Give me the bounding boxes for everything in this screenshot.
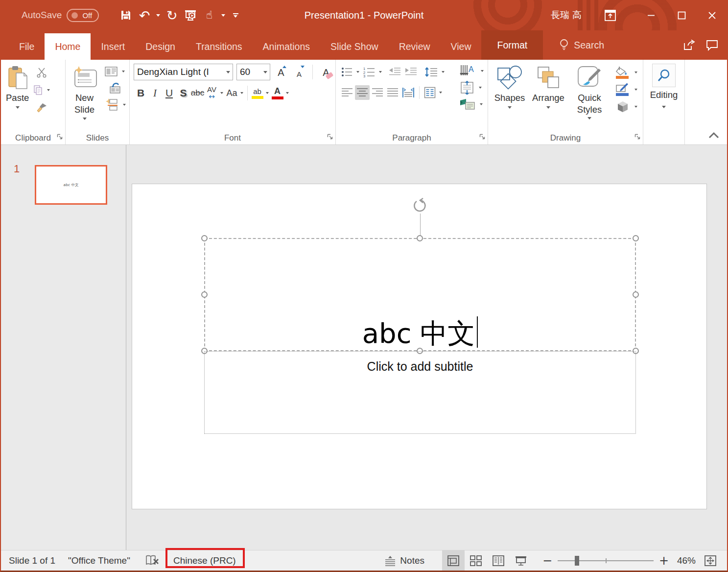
numbering-button[interactable]: 123: [361, 65, 377, 79]
editing-button[interactable]: Editing: [645, 64, 682, 108]
title-placeholder[interactable]: abc 中文: [204, 238, 636, 351]
resize-handle-top-right[interactable]: [633, 235, 639, 241]
change-case-button[interactable]: Aa: [225, 85, 239, 101]
tell-me-search[interactable]: Search: [554, 30, 609, 60]
spell-check-button[interactable]: [145, 554, 160, 567]
zoom-percentage[interactable]: 46%: [670, 555, 696, 566]
signed-in-user[interactable]: 長瑞 高: [551, 9, 582, 22]
chevron-down-icon[interactable]: [47, 89, 50, 91]
chevron-down-icon[interactable]: [480, 103, 483, 105]
chevron-down-icon[interactable]: [442, 71, 445, 73]
columns-button[interactable]: [423, 85, 437, 100]
maximize-button[interactable]: [666, 0, 697, 30]
chevron-down-icon[interactable]: [481, 70, 484, 72]
tab-format[interactable]: Format: [481, 30, 543, 60]
chevron-down-icon[interactable]: [356, 71, 359, 73]
slide-layout-button[interactable]: [103, 65, 119, 78]
slide-show-view-button[interactable]: [510, 550, 532, 571]
collapse-ribbon-button[interactable]: [708, 132, 719, 141]
distributed-button[interactable]: [400, 85, 416, 100]
increase-indent-button[interactable]: [403, 65, 419, 79]
tab-slide-show[interactable]: Slide Show: [320, 33, 389, 60]
chevron-down-icon[interactable]: [634, 106, 637, 108]
ribbon-display-options-button[interactable]: [604, 9, 616, 22]
save-button[interactable]: [117, 5, 134, 25]
italic-button[interactable]: I: [148, 85, 162, 101]
copy-button[interactable]: [32, 83, 45, 97]
shape-outline-button[interactable]: [613, 83, 631, 96]
tab-review[interactable]: Review: [389, 33, 441, 60]
increase-font-size-button[interactable]: A: [274, 64, 288, 80]
strikethrough-button[interactable]: abc: [190, 85, 205, 101]
share-button[interactable]: [678, 30, 701, 60]
redo-button[interactable]: ↻: [164, 5, 180, 25]
theme-name[interactable]: "Office Theme": [68, 555, 130, 566]
language-status[interactable]: Chinese (PRC): [172, 555, 237, 566]
clipboard-dialog-launcher[interactable]: [57, 133, 63, 142]
zoom-slider[interactable]: [558, 556, 654, 566]
rotation-handle[interactable]: [412, 198, 428, 215]
resize-handle-middle-right[interactable]: [633, 291, 639, 298]
chevron-down-icon[interactable]: [123, 104, 126, 106]
autosave-toggle[interactable]: Off: [67, 9, 99, 22]
bold-button[interactable]: B: [134, 85, 148, 101]
shapes-button[interactable]: Shapes: [491, 64, 528, 132]
arrange-button[interactable]: Arrange: [529, 64, 567, 132]
section-button[interactable]: [103, 98, 120, 112]
slide-sorter-view-button[interactable]: [465, 550, 487, 571]
notes-button[interactable]: Notes: [384, 555, 424, 566]
convert-to-smartart-button[interactable]: [458, 97, 477, 112]
format-painter-button[interactable]: [32, 101, 51, 115]
font-name-combobox[interactable]: DengXian Light (I: [134, 64, 233, 80]
undo-dropdown[interactable]: [155, 5, 162, 25]
justify-button[interactable]: [385, 85, 400, 100]
chevron-down-icon[interactable]: [261, 64, 270, 80]
normal-view-button[interactable]: [442, 550, 465, 571]
chevron-down-icon[interactable]: [479, 87, 482, 89]
quick-styles-button[interactable]: Quick Styles: [568, 64, 611, 132]
text-direction-button[interactable]: A: [458, 64, 478, 78]
chevron-down-icon[interactable]: [122, 71, 125, 72]
align-text-button[interactable]: [458, 80, 476, 95]
new-slide-button[interactable]: New Slide: [68, 64, 101, 132]
slide[interactable]: abc 中文 Click to add subtitle: [132, 184, 707, 509]
customize-quick-access-button[interactable]: [229, 5, 242, 25]
font-dialog-launcher[interactable]: [327, 133, 333, 142]
slide-title-text[interactable]: abc 中文: [362, 316, 478, 350]
touch-mouse-mode-button[interactable]: ☝: [201, 5, 217, 25]
chevron-down-icon[interactable]: [439, 92, 442, 94]
resize-handle-top-center[interactable]: [417, 235, 423, 241]
cut-button[interactable]: [32, 66, 51, 79]
bullets-button[interactable]: [340, 65, 354, 79]
start-from-beginning-button[interactable]: [182, 5, 199, 25]
chevron-down-icon[interactable]: [224, 64, 233, 80]
align-left-button[interactable]: [340, 85, 354, 100]
touch-mode-dropdown[interactable]: [219, 5, 227, 25]
character-spacing-button[interactable]: AV ↔: [205, 85, 219, 101]
clear-formatting-button[interactable]: A: [319, 64, 333, 80]
paste-button[interactable]: Paste: [6, 64, 29, 132]
zoom-slider-thumb[interactable]: [575, 556, 579, 566]
chevron-down-icon[interactable]: [634, 72, 637, 73]
align-right-button[interactable]: [370, 85, 385, 100]
resize-handle-middle-left[interactable]: [201, 291, 208, 298]
subtitle-placeholder[interactable]: Click to add subtitle: [204, 351, 636, 434]
decrease-font-size-button[interactable]: A: [292, 64, 306, 80]
reading-view-button[interactable]: [487, 550, 510, 571]
align-center-button[interactable]: [355, 85, 370, 100]
tab-file[interactable]: File: [9, 33, 45, 60]
drawing-dialog-launcher[interactable]: [634, 133, 640, 142]
slide-thumbnail[interactable]: abc 中文: [35, 165, 107, 205]
tab-home[interactable]: Home: [45, 33, 91, 60]
text-shadow-button[interactable]: S: [176, 85, 190, 101]
comments-button[interactable]: [701, 30, 723, 60]
zoom-out-button[interactable]: −: [541, 554, 554, 568]
chevron-down-icon[interactable]: [240, 92, 243, 94]
tab-transitions[interactable]: Transitions: [186, 33, 253, 60]
tab-animations[interactable]: Animations: [253, 33, 320, 60]
zoom-in-button[interactable]: +: [658, 554, 670, 568]
tab-insert[interactable]: Insert: [91, 33, 135, 60]
chevron-down-icon[interactable]: [634, 89, 637, 91]
resize-handle-top-left[interactable]: [201, 235, 208, 241]
tab-design[interactable]: Design: [135, 33, 186, 60]
